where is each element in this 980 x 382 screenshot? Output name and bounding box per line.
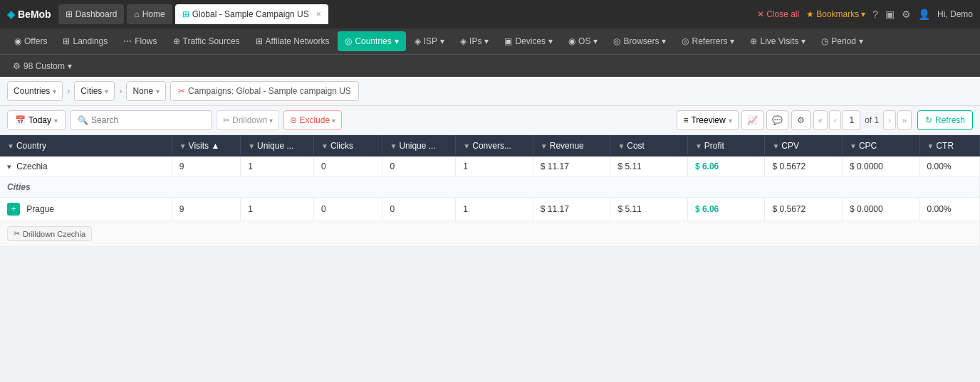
exclude-chevron-icon: ▾: [332, 117, 335, 124]
col-revenue[interactable]: ▼Revenue: [533, 135, 610, 156]
sidebar-item-browsers[interactable]: ◎ Browsers ▾: [606, 31, 673, 51]
drilldown-button[interactable]: ✂ Drilldown ▾: [217, 110, 279, 130]
browsers-icon: ◎: [613, 36, 620, 46]
settings-gear-icon[interactable]: ⚙: [902, 9, 911, 20]
col-clicks[interactable]: ▼Clicks: [314, 135, 382, 156]
dimension2-chevron-icon: ▾: [105, 87, 108, 95]
search-field[interactable]: [91, 115, 204, 125]
bookmarks-button[interactable]: ★ Bookmarks ▾: [806, 9, 865, 19]
dimension3-select[interactable]: None ▾: [126, 81, 166, 101]
sidebar-item-os[interactable]: ◉ OS ▾: [561, 31, 605, 51]
sidebar-item-devices[interactable]: ▣ Devices ▾: [497, 31, 560, 51]
col-cost[interactable]: ▼Cost: [610, 135, 688, 156]
sidebar-item-isp[interactable]: ◈ ISP ▾: [407, 31, 452, 51]
user-icon[interactable]: 👤: [918, 9, 930, 20]
page-current: 1: [843, 110, 860, 130]
custom-chevron-icon: ▾: [68, 61, 72, 71]
conv-filter-icon: ▼: [463, 142, 470, 150]
help-icon[interactable]: ?: [872, 9, 878, 20]
conversions-cell: 1: [456, 198, 533, 221]
treeview-button[interactable]: ≡ Treeview ▾: [677, 110, 738, 130]
drilldown-czechia-button[interactable]: ✂ Drilldown Czechia: [7, 226, 92, 241]
add-city-button[interactable]: +: [7, 203, 20, 216]
referrers-chevron-icon: ▾: [730, 36, 734, 46]
filter-row: 📅 Today ▾ 🔍 ✂ Drilldown ▾ ⊝ Exclude ▾ ≡ …: [0, 106, 980, 135]
col-ctr[interactable]: ▼CTR: [919, 135, 980, 156]
third-nav: ⚙ 98 Custom ▾: [0, 54, 980, 77]
os-icon: ◉: [568, 36, 575, 46]
col-unique[interactable]: ▼Unique ...: [241, 135, 314, 156]
dimension1-value: Countries: [14, 86, 50, 96]
col-cpv[interactable]: ▼CPV: [765, 135, 843, 156]
sidebar-item-countries[interactable]: ◎ Countries ▾: [338, 31, 405, 51]
calendar-icon: 📅: [15, 115, 26, 125]
traffic-icon: ⊕: [173, 36, 180, 46]
cpv-cell: $ 0.5672: [765, 198, 843, 221]
cost-filter-icon: ▼: [617, 142, 625, 150]
unique2-filter-icon: ▼: [390, 142, 397, 150]
chart-icon: 📈: [747, 115, 758, 125]
city-cell: + Prague: [0, 198, 172, 221]
sidebar-item-affiliate-networks[interactable]: ⊞ Affilate Networks: [249, 31, 337, 51]
campaign-label-text: Campaigns: Global - Sample campaign US: [188, 86, 351, 96]
home-button[interactable]: ⌂ Home: [127, 4, 172, 24]
custom-button[interactable]: ⚙ 98 Custom ▾: [7, 59, 78, 73]
sidebar-item-traffic-sources[interactable]: ⊕ Traffic Sources: [166, 31, 247, 51]
data-table: ▼Country ▼Visits ▲ ▼Unique ... ▼Clicks ▼…: [0, 135, 980, 247]
comment-button[interactable]: 💬: [766, 110, 788, 130]
sidebar-item-ips[interactable]: ◈ IPs ▾: [453, 31, 496, 51]
cost-cell: $ 5.11: [610, 198, 688, 221]
exclude-button[interactable]: ⊝ Exclude ▾: [283, 110, 342, 130]
dimension-separator-2: ›: [119, 86, 122, 96]
col-cpc[interactable]: ▼CPC: [842, 135, 919, 156]
cpv-filter-icon: ▼: [772, 142, 779, 150]
search-icon: 🔍: [78, 115, 88, 125]
dimension2-select[interactable]: Cities ▾: [74, 81, 115, 101]
country-name: Czechia: [16, 161, 47, 171]
search-input-container[interactable]: 🔍: [70, 110, 212, 130]
unique2-cell: 0: [382, 198, 456, 221]
sidebar-item-live-visits[interactable]: ⊕ Live Visits ▾: [743, 31, 813, 51]
notifications-icon[interactable]: ▣: [885, 9, 895, 20]
col-profit[interactable]: ▼Profit: [687, 135, 765, 156]
page-last-button[interactable]: »: [897, 110, 912, 130]
second-nav: ◉ Offers ⊞ Landings ⋯ Flows ⊕ Traffic So…: [0, 28, 980, 54]
filter-icon: ▼: [179, 142, 187, 150]
active-tab[interactable]: ⊞ Global - Sample Campaign US ×: [175, 4, 328, 24]
page-last-icon: »: [902, 116, 907, 124]
sidebar-item-period[interactable]: ◷ Period ▾: [814, 31, 870, 51]
user-greeting: Hi, Demo: [937, 9, 973, 19]
sidebar-item-landings[interactable]: ⊞ Landings: [56, 31, 115, 51]
col-visits[interactable]: ▼Visits ▲: [172, 135, 240, 156]
ctr-cell: 0.00%: [919, 198, 980, 221]
refresh-button[interactable]: ↻ Refresh: [917, 110, 973, 130]
visits-cell: 9: [172, 156, 240, 177]
live-visits-icon: ⊕: [750, 36, 757, 46]
date-picker-button[interactable]: 📅 Today ▾: [7, 110, 66, 130]
col-conversions[interactable]: ▼Convers...: [456, 135, 533, 156]
dashboard-icon: ⊞: [66, 9, 73, 19]
revenue-cell: $ 11.17: [533, 198, 610, 221]
col-unique2[interactable]: ▼Unique ...: [382, 135, 456, 156]
dashboard-button[interactable]: ⊞ Dashboard: [58, 4, 125, 24]
settings-icon: ⚙: [797, 115, 805, 125]
countries-chevron-icon: ▾: [395, 36, 399, 46]
chart-button[interactable]: 📈: [741, 110, 763, 130]
page-prev-icon: ‹: [834, 116, 837, 124]
tab-icon: ⊞: [182, 9, 189, 19]
cpc-cell: $ 0.0000: [842, 198, 919, 221]
sidebar-item-offers[interactable]: ◉ Offers: [7, 31, 54, 51]
sidebar-item-referrers[interactable]: ◎ Referrers ▾: [674, 31, 741, 51]
page-next-button[interactable]: ›: [883, 110, 896, 130]
table-settings-button[interactable]: ⚙: [791, 110, 810, 130]
dimension1-select[interactable]: Countries ▾: [7, 81, 63, 101]
table-header-row: ▼Country ▼Visits ▲ ▼Unique ... ▼Clicks ▼…: [0, 135, 980, 156]
close-all-button[interactable]: ✕ Close all: [757, 9, 799, 19]
close-tab-icon[interactable]: ×: [316, 9, 321, 19]
ctr-filter-icon: ▼: [927, 142, 934, 150]
sidebar-item-flows[interactable]: ⋯ Flows: [116, 31, 164, 51]
expand-button[interactable]: ▾: [7, 162, 11, 171]
page-prev-button[interactable]: ‹: [829, 110, 842, 130]
unique-cell: 1: [241, 198, 314, 221]
page-first-button[interactable]: «: [813, 110, 828, 130]
